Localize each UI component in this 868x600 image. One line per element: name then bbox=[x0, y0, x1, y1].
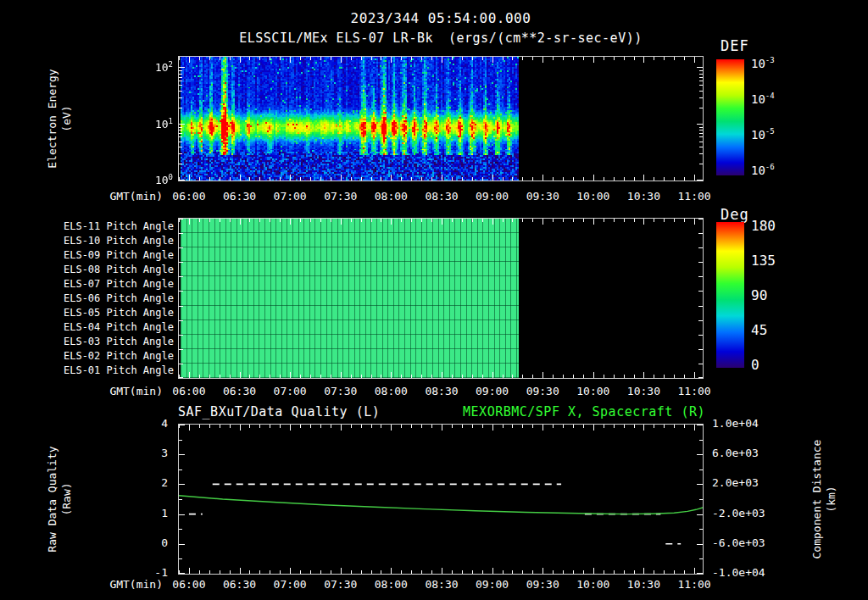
tick-mark bbox=[583, 177, 584, 181]
tick-mark bbox=[699, 164, 703, 164]
tick-mark bbox=[482, 219, 483, 222]
time-tick-label: 09:30 bbox=[519, 385, 566, 397]
distance-tick-label: 6.0e+03 bbox=[712, 447, 788, 459]
tick-mark bbox=[563, 375, 564, 378]
tick-mark bbox=[553, 425, 554, 428]
tick-mark bbox=[604, 219, 604, 222]
tick-mark bbox=[381, 570, 381, 574]
quality-tick-label: 0 bbox=[119, 536, 168, 549]
tick-mark bbox=[179, 247, 183, 248]
spectrogram-plot bbox=[178, 56, 704, 181]
tick-mark bbox=[179, 219, 183, 219]
tick-mark bbox=[179, 262, 183, 263]
tick-mark bbox=[512, 570, 513, 574]
tick-mark bbox=[654, 177, 654, 181]
deg-colorbar bbox=[716, 222, 744, 368]
tick-mark bbox=[249, 375, 250, 378]
tick-mark bbox=[371, 219, 372, 222]
tick-mark bbox=[624, 177, 625, 181]
tick-mark bbox=[553, 375, 554, 378]
tick-mark bbox=[512, 219, 513, 222]
tick-mark bbox=[512, 177, 513, 181]
quality-time-axis: GMT(min) 06:0006:3007:0007:3008:0008:300… bbox=[0, 578, 868, 592]
tick-mark bbox=[614, 375, 615, 378]
tick-mark bbox=[532, 570, 533, 574]
tick-mark bbox=[699, 130, 703, 131]
tick-mark bbox=[643, 568, 644, 574]
pitch-row-label: ELS-05 Pitch Angle bbox=[32, 307, 174, 319]
tick-mark bbox=[532, 375, 533, 378]
tick-mark bbox=[290, 219, 291, 225]
tick-mark bbox=[503, 570, 504, 574]
tick-mark bbox=[674, 219, 675, 222]
tick-mark bbox=[674, 375, 675, 378]
def-colorbar-tick-label: 10-6 bbox=[751, 163, 819, 177]
tick-mark bbox=[472, 57, 473, 60]
tick-mark bbox=[694, 219, 695, 225]
tick-mark bbox=[179, 147, 182, 147]
tick-mark bbox=[522, 425, 523, 428]
def-colorbar bbox=[716, 59, 744, 175]
tick-mark bbox=[573, 570, 574, 574]
tick-mark bbox=[341, 175, 342, 181]
time-tick-label: 06:30 bbox=[216, 578, 264, 591]
tick-mark bbox=[492, 568, 493, 574]
tick-mark bbox=[674, 425, 675, 428]
quality-title-right: MEXORBMC/SPF X, Spacecraft (R) bbox=[463, 404, 705, 419]
tick-mark bbox=[240, 219, 241, 225]
deg-colorbar-tick-label: 180 bbox=[751, 218, 819, 234]
tick-mark bbox=[699, 127, 703, 128]
tick-mark bbox=[553, 219, 554, 222]
tick-mark bbox=[199, 219, 200, 222]
tick-mark bbox=[209, 219, 210, 222]
tick-mark bbox=[542, 425, 543, 431]
tick-mark bbox=[361, 177, 362, 181]
tick-mark bbox=[179, 153, 182, 154]
tick-mark bbox=[331, 177, 331, 181]
distance-tick-label: 2.0e+03 bbox=[712, 476, 788, 489]
tick-mark bbox=[259, 177, 260, 181]
tick-mark bbox=[179, 74, 182, 75]
tick-mark bbox=[563, 57, 564, 60]
tick-mark bbox=[643, 219, 644, 225]
tick-mark bbox=[698, 320, 703, 321]
tick-mark bbox=[320, 177, 321, 181]
tick-mark bbox=[361, 425, 362, 428]
tick-mark bbox=[391, 57, 392, 63]
quality-title-left: SAF_BXuT/Data Quality (L) bbox=[178, 404, 380, 419]
tick-mark bbox=[179, 306, 183, 307]
tick-mark bbox=[634, 177, 635, 181]
tick-mark bbox=[503, 57, 504, 60]
spacecraft-x-curve bbox=[179, 496, 703, 514]
tick-mark bbox=[684, 219, 685, 222]
tick-mark bbox=[220, 177, 220, 181]
tick-mark bbox=[624, 375, 625, 378]
tick-mark bbox=[290, 372, 291, 378]
tick-mark bbox=[624, 57, 625, 60]
tick-mark bbox=[179, 364, 183, 364]
tick-mark bbox=[179, 291, 183, 292]
gmt-axis-label: GMT(min) bbox=[78, 385, 163, 397]
time-tick-label: 07:00 bbox=[266, 190, 314, 203]
tick-mark bbox=[699, 91, 703, 92]
quality-tick-label: 1 bbox=[119, 507, 168, 519]
tick-mark bbox=[503, 177, 504, 181]
tick-mark bbox=[684, 570, 685, 574]
tick-mark bbox=[472, 219, 473, 222]
tick-mark bbox=[674, 177, 675, 181]
tick-mark bbox=[391, 372, 392, 378]
tick-mark bbox=[654, 375, 654, 378]
time-tick-label: 09:00 bbox=[469, 578, 516, 591]
tick-mark bbox=[472, 425, 473, 428]
tick-mark bbox=[310, 57, 311, 60]
tick-mark bbox=[249, 570, 250, 574]
tick-mark bbox=[697, 454, 703, 455]
tick-mark bbox=[698, 233, 703, 234]
tick-mark bbox=[583, 570, 584, 574]
tick-mark bbox=[604, 425, 604, 428]
tick-mark bbox=[381, 219, 381, 222]
tick-mark bbox=[431, 425, 432, 428]
pitch-row-label: ELS-10 Pitch Angle bbox=[32, 235, 174, 247]
tick-mark bbox=[179, 85, 182, 86]
tick-mark bbox=[664, 425, 665, 428]
